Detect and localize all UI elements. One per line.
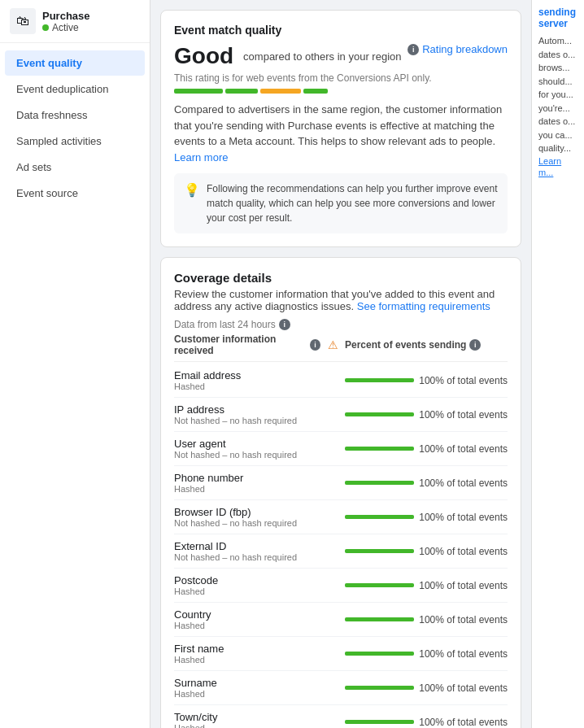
table-row: Postcode Hashed 100% of total events (174, 569, 508, 603)
percent-text: 100% of total events (419, 648, 508, 660)
row-sub: Hashed (174, 484, 320, 494)
row-name: First name (174, 643, 320, 655)
row-info: Phone number Hashed (174, 472, 320, 494)
table-row: External ID Not hashed – no hash require… (174, 534, 508, 569)
rating-value: Good (174, 43, 233, 69)
rating-breakdown-label: Rating breakdown (422, 43, 508, 55)
col-customer-header: Customer information received i (174, 333, 320, 356)
table-row: Town/city Hashed 100% of total events (174, 705, 508, 728)
row-info: Surname Hashed (174, 677, 320, 699)
row-info: IP address Not hashed – no hash required (174, 403, 320, 425)
progress-bar-group (174, 89, 508, 94)
sidebar-item-sampled-activities[interactable]: Sampled activities (5, 129, 145, 154)
row-sub: Hashed (174, 655, 320, 665)
percent-bar-wrap: 100% of total events (345, 648, 508, 660)
percent-bar-wrap: 100% of total events (345, 443, 508, 455)
table-row: Phone number Hashed 100% of total events (174, 466, 508, 500)
table-row: Surname Hashed 100% of total events (174, 671, 508, 705)
warn-header-icon: ⚠ (328, 338, 338, 351)
tip-text: Following the recommendations can help y… (207, 181, 498, 225)
tip-box: 💡 Following the recommendations can help… (174, 173, 508, 233)
row-name: Phone number (174, 472, 320, 484)
emq-description: Compared to advertisers in the same regi… (174, 102, 508, 165)
row-percent: 100% of total events (345, 717, 508, 728)
progress-seg-2 (225, 89, 258, 94)
row-sub: Hashed (174, 586, 320, 596)
sidebar-item-event-deduplication[interactable]: Event deduplication (5, 76, 145, 102)
see-formatting-link[interactable]: See formatting requirements (357, 300, 490, 312)
percent-text: 100% of total events (419, 477, 508, 489)
row-info: Postcode Hashed (174, 574, 320, 596)
percent-bar-bg (345, 515, 414, 519)
right-panel-learn-more[interactable]: Learn m... (538, 156, 561, 177)
rating-breakdown-button[interactable]: i Rating breakdown (407, 43, 508, 55)
learn-more-link[interactable]: Learn more (174, 151, 228, 163)
right-panel: sendingserver Autom...dates o...brows...… (531, 0, 584, 728)
percent-text: 100% of total events (419, 375, 508, 386)
table-header: Customer information received i ⚠ Percen… (174, 333, 508, 362)
percent-bar-fill (345, 617, 414, 621)
coverage-title: Coverage details (174, 271, 508, 285)
percent-bar-fill (345, 720, 414, 724)
app-icon: 🛍 (10, 8, 36, 34)
percent-text: 100% of total events (419, 443, 508, 455)
emq-title: Event match quality (174, 24, 508, 37)
percent-text: 100% of total events (419, 580, 508, 591)
percent-text: 100% of total events (419, 682, 508, 694)
row-name: Postcode (174, 574, 320, 586)
percent-bar-bg (345, 720, 414, 724)
percent-bar-wrap: 100% of total events (345, 580, 508, 591)
percent-bar-wrap: 100% of total events (345, 512, 508, 523)
row-percent: 100% of total events (345, 409, 508, 421)
info-icon: i (407, 44, 419, 55)
sidebar-item-event-quality[interactable]: Event quality (5, 50, 145, 76)
sidebar-item-event-source[interactable]: Event source (5, 181, 145, 206)
table-row: User agent Not hashed – no hash required… (174, 432, 508, 466)
percent-bar-fill (345, 549, 414, 553)
percent-bar-fill (345, 583, 414, 587)
row-percent: 100% of total events (345, 546, 508, 557)
data-note: Data from last 24 hours i (174, 319, 508, 330)
row-sub: Not hashed – no hash required (174, 518, 320, 528)
row-info: Browser ID (fbp) Not hashed – no hash re… (174, 506, 320, 528)
row-percent: 100% of total events (345, 580, 508, 591)
percent-bar-bg (345, 378, 414, 382)
event-match-quality-card: Event match quality Good compared to oth… (160, 10, 521, 247)
row-sub: Not hashed – no hash required (174, 450, 320, 460)
row-name: External ID (174, 540, 320, 552)
app-status-row: Active (42, 22, 90, 33)
app-status-label: Active (52, 22, 79, 33)
percent-bar-bg (345, 617, 414, 621)
percent-bar-bg (345, 549, 414, 553)
right-panel-title: sendingserver (538, 7, 577, 29)
percent-bar-fill (345, 652, 414, 656)
percent-bar-wrap: 100% of total events (345, 614, 508, 626)
row-name: Country (174, 608, 320, 621)
percent-text: 100% of total events (419, 409, 508, 421)
table-row: Browser ID (fbp) Not hashed – no hash re… (174, 500, 508, 534)
row-info: Country Hashed (174, 608, 320, 630)
row-percent: 100% of total events (345, 443, 508, 455)
col-warn-header: ⚠ (320, 333, 345, 356)
coverage-card: Coverage details Review the customer inf… (160, 257, 521, 728)
coverage-desc: Review the customer information that you… (174, 288, 508, 312)
row-name: User agent (174, 438, 320, 450)
sidebar-header-text: Purchase Active (42, 10, 90, 33)
row-sub: Hashed (174, 621, 320, 630)
sidebar-item-data-freshness[interactable]: Data freshness (5, 102, 145, 128)
status-indicator (42, 24, 49, 31)
row-info: First name Hashed (174, 643, 320, 665)
col-percent-info-icon: i (469, 339, 481, 351)
row-percent: 100% of total events (345, 614, 508, 626)
sidebar-item-ad-sets[interactable]: Ad sets (5, 155, 145, 180)
percent-bar-wrap: 100% of total events (345, 409, 508, 421)
percent-bar-fill (345, 447, 414, 451)
percent-bar-bg (345, 447, 414, 451)
percent-bar-wrap: 100% of total events (345, 477, 508, 489)
col-customer-info-icon: i (310, 339, 320, 351)
row-percent: 100% of total events (345, 477, 508, 489)
percent-bar-bg (345, 481, 414, 485)
quality-label-group: Good compared to others in your region (174, 43, 401, 69)
percent-bar-bg (345, 583, 414, 587)
coverage-table: Email address Hashed 100% of total event… (174, 364, 508, 728)
